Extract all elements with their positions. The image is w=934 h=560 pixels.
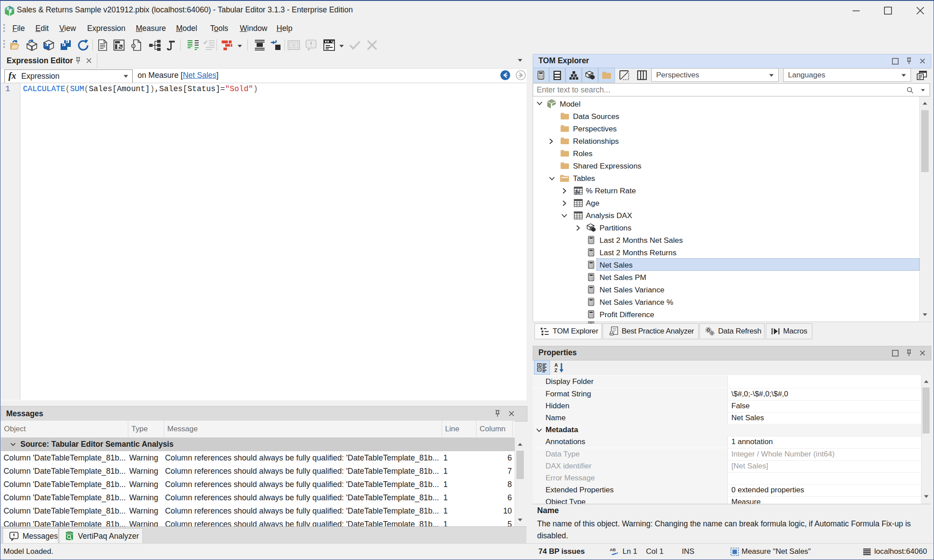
svg-text:A: A — [554, 362, 558, 368]
svg-text:Z: Z — [554, 368, 557, 373]
svg-text:AB: AB — [610, 547, 616, 552]
